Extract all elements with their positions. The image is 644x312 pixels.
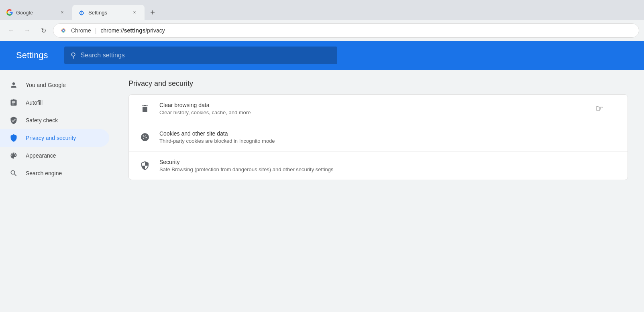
browser-frame: Google × ⚙ Settings × + ← → ↻	[0, 0, 644, 312]
chrome-icon	[60, 27, 67, 34]
forward-button[interactable]: →	[21, 24, 34, 37]
shield-blue-icon	[10, 134, 18, 142]
site-name: Chrome	[71, 27, 91, 34]
sidebar-label-you-google: You and Google	[26, 82, 66, 88]
settings-page-title: Settings	[16, 50, 48, 61]
address-bar-row: ← → ↻ Chrome | chrome://settings	[0, 20, 644, 41]
address-separator: |	[95, 27, 97, 34]
sidebar-label-appearance: Appearance	[26, 152, 56, 159]
address-url-suffix: /privacy	[145, 27, 165, 34]
search-engine-icon	[10, 169, 18, 177]
main-content: Privacy and security Clear browsing data…	[112, 70, 644, 190]
svg-point-4	[143, 136, 144, 137]
sidebar-item-autofill[interactable]: Autofill	[0, 94, 109, 111]
sidebar-item-you-google[interactable]: You and Google	[0, 76, 109, 94]
cookie-icon	[139, 131, 151, 144]
tab-settings-close[interactable]: ×	[131, 9, 138, 16]
settings-item-desc-clear-browsing: Clear history, cookies, cache, and more	[159, 109, 618, 115]
svg-point-2	[63, 30, 64, 31]
settings-card: Clear browsing data Clear history, cooki…	[128, 94, 628, 180]
settings-item-security[interactable]: Security Safe Browsing (protection from …	[129, 152, 628, 180]
tab-google[interactable]: Google ×	[0, 5, 72, 20]
settings-item-text-clear-browsing: Clear browsing data Clear history, cooki…	[159, 102, 618, 115]
trash-icon	[139, 102, 151, 115]
search-input[interactable]	[81, 52, 331, 59]
search-box[interactable]: ⚲	[64, 47, 337, 64]
tab-settings-label: Settings	[88, 10, 107, 16]
sidebar-item-search-engine[interactable]: Search engine	[0, 164, 109, 182]
settings-item-title-clear-browsing: Clear browsing data	[159, 102, 618, 108]
tab-bar: Google × ⚙ Settings × +	[0, 0, 644, 20]
tab-settings[interactable]: ⚙ Settings ×	[72, 5, 145, 20]
settings-page: Settings ⚲ You and Google	[0, 41, 644, 312]
address-url-bold: settings	[124, 27, 146, 34]
back-button[interactable]: ←	[5, 24, 18, 37]
settings-item-text-security: Security Safe Browsing (protection from …	[159, 159, 618, 172]
settings-item-desc-cookies: Third-party cookies are blocked in Incog…	[159, 138, 618, 144]
reload-button[interactable]: ↻	[37, 24, 50, 37]
person-icon	[10, 81, 18, 89]
sidebar-label-autofill: Autofill	[26, 99, 43, 106]
tab-google-close[interactable]: ×	[59, 9, 66, 16]
shield-check-icon	[10, 116, 18, 124]
address-bar[interactable]: Chrome | chrome://settings/privacy	[53, 23, 639, 38]
cursor-icon: ☞	[595, 103, 603, 114]
tab-google-label: Google	[16, 10, 33, 16]
sidebar-label-privacy-security: Privacy and security	[26, 135, 76, 141]
sidebar-label-search-engine: Search engine	[26, 170, 62, 176]
settings-item-clear-browsing[interactable]: Clear browsing data Clear history, cooki…	[129, 95, 628, 123]
section-title: Privacy and security	[128, 79, 628, 88]
settings-item-text-cookies: Cookies and other site data Third-party …	[159, 130, 618, 144]
settings-body: You and Google Autofill	[0, 70, 644, 190]
settings-item-title-cookies: Cookies and other site data	[159, 130, 618, 137]
clipboard-icon	[10, 99, 18, 107]
google-favicon	[6, 9, 13, 16]
sidebar: You and Google Autofill	[0, 70, 112, 190]
svg-point-6	[146, 137, 147, 138]
settings-item-title-security: Security	[159, 159, 618, 165]
search-icon: ⚲	[71, 51, 76, 60]
svg-point-8	[145, 136, 145, 137]
sidebar-item-appearance[interactable]: Appearance	[0, 147, 109, 164]
settings-header: Settings ⚲	[0, 41, 644, 70]
sidebar-item-privacy-security[interactable]: Privacy and security	[0, 129, 109, 147]
settings-favicon: ⚙	[79, 9, 85, 16]
settings-item-desc-security: Safe Browsing (protection from dangerous…	[159, 166, 618, 172]
shield-half-icon	[139, 159, 151, 172]
new-tab-button[interactable]: +	[146, 6, 159, 19]
address-url: chrome://settings/privacy	[100, 27, 165, 34]
sidebar-item-safety-check[interactable]: Safety check	[0, 111, 109, 129]
svg-point-5	[145, 135, 146, 136]
sidebar-label-safety-check: Safety check	[26, 117, 58, 124]
svg-point-7	[143, 138, 144, 139]
settings-item-cookies[interactable]: Cookies and other site data Third-party …	[129, 123, 628, 152]
palette-icon	[10, 152, 18, 160]
